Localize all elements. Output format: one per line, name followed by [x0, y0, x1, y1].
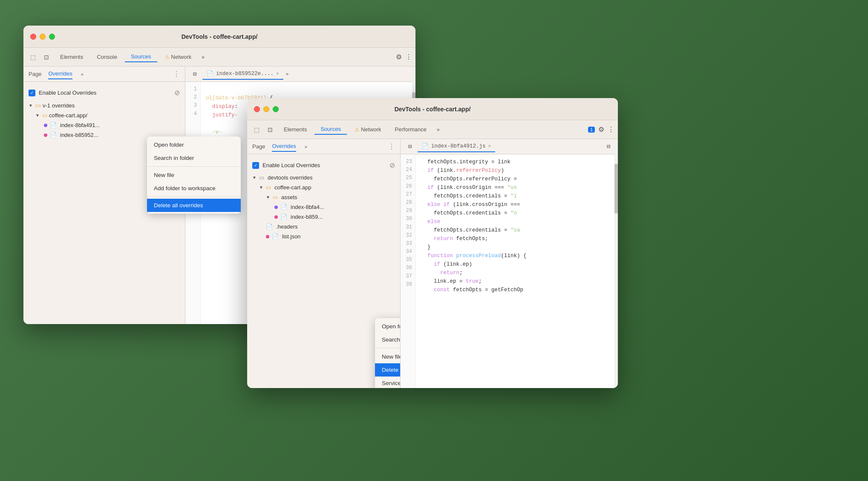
- tab-sources-back[interactable]: Sources: [125, 52, 157, 62]
- tab-close-front[interactable]: ×: [488, 144, 491, 149]
- tab-network-front[interactable]: ⚠ Network: [349, 125, 387, 134]
- maximize-button-back[interactable]: [49, 34, 55, 40]
- override-checkbox-front[interactable]: ✓: [252, 162, 259, 169]
- sidebar-tab-page-front[interactable]: Page: [252, 142, 265, 151]
- close-button-back[interactable]: [30, 34, 36, 40]
- device-icon-front[interactable]: ⊡: [264, 124, 276, 136]
- ctx-open-folder-front[interactable]: Open folder: [375, 320, 401, 333]
- editor-more-back[interactable]: »: [283, 71, 291, 78]
- ctx-services-front[interactable]: Services ›: [375, 377, 401, 388]
- code-content-front[interactable]: fetchOpts.integrity = link if (link.refe…: [416, 154, 532, 388]
- sidebar-tab-overrides-front[interactable]: Overrides: [272, 141, 296, 152]
- file-icon-1-back: 📄: [50, 122, 57, 128]
- ctx-new-file-back[interactable]: New file: [147, 168, 185, 182]
- more-tabs-back[interactable]: »: [199, 53, 207, 61]
- close-button-front[interactable]: [254, 106, 260, 112]
- ctx-delete-overrides-back[interactable]: Delete all overrides: [147, 199, 185, 212]
- editor-tab-back[interactable]: 📄 index-b859522e.... ×: [202, 69, 283, 80]
- tree-folder-coffee-back[interactable]: ▼ ▭ coffee-cart.app/: [23, 110, 185, 120]
- toolbar-right-front: 1 ⚙ ⋮: [588, 125, 614, 133]
- ctx-new-file-front[interactable]: New file: [375, 350, 401, 363]
- sidebar-tab-page-back[interactable]: Page: [29, 69, 41, 79]
- devtools-window-front: DevTools - coffee-cart.app/ ⬚ ⊡ Elements…: [247, 98, 618, 388]
- tree-arrow-assets-front: ▼: [266, 195, 271, 200]
- tree-root-back[interactable]: ▼ ▭ v-1 overrides: [23, 100, 185, 110]
- sidebar-tabs-front: Page Overrides » ⋮: [247, 139, 400, 154]
- override-checkbox-back[interactable]: ✓: [29, 90, 35, 96]
- tree-arrow-front: ▼: [252, 175, 257, 180]
- tab-close-back[interactable]: ×: [276, 71, 279, 76]
- scrollbar-front[interactable]: [614, 154, 618, 388]
- tree-file-1-back[interactable]: 📄 index-8bfa491...: [23, 120, 185, 130]
- tree-file-list-front[interactable]: 📄 list.json: [247, 232, 400, 241]
- ctx-delete-front[interactable]: Delete: [375, 363, 401, 377]
- window-title-front: DevTools - coffee-cart.app/: [395, 106, 471, 113]
- sidebar-menu-front[interactable]: ⋮: [388, 142, 395, 151]
- sidebar-toggle-front[interactable]: ⊟: [404, 141, 416, 153]
- folder-icon-root-back: ▭: [35, 102, 41, 109]
- ctx-divider-back: [147, 166, 185, 167]
- tab-network-back[interactable]: ⚠ Network: [159, 52, 198, 62]
- tree-folder-coffee-front[interactable]: ▼ ▭ coffee-cart.app: [247, 183, 400, 192]
- folder-icon-coffee-front: ▭: [266, 184, 271, 191]
- file-icon-2-back: 📄: [50, 132, 57, 138]
- maximize-button-front[interactable]: [273, 106, 279, 112]
- settings-icon-back[interactable]: ⚙: [396, 53, 402, 61]
- ctx-search-front[interactable]: Search in folder: [375, 333, 401, 346]
- tree-arrow-coffee-back: ▼: [35, 113, 40, 118]
- file-dot-3-front: [274, 206, 278, 209]
- ctx-divider-front: [375, 348, 401, 348]
- tab-sources-front[interactable]: Sources: [314, 124, 347, 135]
- ctx-search-back[interactable]: Search in folder: [147, 151, 185, 165]
- clear-overrides-icon-back[interactable]: ⊘: [174, 89, 180, 97]
- menu-icon-front[interactable]: ⋮: [608, 125, 614, 133]
- inspector-icon[interactable]: ⬚: [27, 51, 39, 63]
- sidebar-tab-overrides-back[interactable]: Overrides: [48, 69, 72, 79]
- editor-tab-front[interactable]: 📄 index-8bfa4912.js ×: [418, 141, 495, 152]
- minimize-button-back[interactable]: [40, 34, 46, 40]
- tree-file-headers-front[interactable]: 📄 .headers: [247, 222, 400, 232]
- sidebar-tabs-back: Page Overrides » ⋮: [23, 67, 185, 82]
- sidebar-toggle-back[interactable]: ⊟: [189, 68, 201, 80]
- sidebar-menu-back[interactable]: ⋮: [173, 70, 180, 78]
- tab-elements-front[interactable]: Elements: [278, 125, 313, 134]
- tree-root-front[interactable]: ▼ ▭ devtools overrides: [247, 173, 400, 183]
- file-icon-tab-front: 📄: [422, 143, 429, 150]
- sidebar-back: Page Overrides » ⋮ ✓ Enable Local Overri…: [23, 67, 185, 324]
- file-icon-tab-back: 📄: [207, 70, 213, 77]
- more-tabs-front[interactable]: »: [434, 126, 442, 133]
- titlebar-front: DevTools - coffee-cart.app/: [247, 98, 618, 120]
- sidebar-more-front[interactable]: »: [305, 144, 307, 149]
- titlebar-back: DevTools - coffee-cart.app/: [23, 26, 415, 48]
- file-dot-list-front: [266, 235, 269, 238]
- folder-icon-coffee-back: ▭: [42, 112, 47, 119]
- line-numbers-front: 23242526272829303132333435363738: [401, 154, 416, 388]
- scrollbar-thumb-front: [614, 164, 618, 214]
- tree-file-3-front[interactable]: 📄 index-8bfa4...: [247, 202, 400, 212]
- tab-console-back[interactable]: Console: [91, 52, 123, 62]
- toolbar-front: ⬚ ⊡ Elements Sources ⚠ Network Performan…: [247, 120, 618, 139]
- tree-file-4-front[interactable]: 📄 index-b859...: [247, 212, 400, 222]
- inspector-icon-front[interactable]: ⬚: [251, 124, 262, 136]
- override-label-front: Enable Local Overrides: [262, 162, 386, 168]
- sidebar-more-back[interactable]: »: [81, 72, 84, 77]
- traffic-lights-back: [30, 34, 55, 40]
- device-icon[interactable]: ⊡: [40, 51, 52, 63]
- ctx-open-folder-back[interactable]: Open folder: [147, 138, 185, 151]
- notification-badge-front: 1: [588, 127, 595, 133]
- minimize-button-front[interactable]: [263, 106, 269, 112]
- override-toggle-front: ✓ Enable Local Overrides ⊘: [247, 158, 400, 173]
- clear-overrides-icon-front[interactable]: ⊘: [389, 161, 395, 169]
- menu-icon-back[interactable]: ⋮: [405, 53, 412, 61]
- network-warning-icon: ⚠: [165, 54, 170, 60]
- toolbar-back: ⬚ ⊡ Elements Console Sources ⚠ Network »…: [23, 48, 415, 67]
- ctx-add-folder-back[interactable]: Add folder to workspace: [147, 182, 185, 195]
- settings-icon-front[interactable]: ⚙: [598, 125, 604, 133]
- sidebar-right-toggle-front[interactable]: ⊟: [603, 141, 614, 153]
- traffic-lights-front: [254, 106, 279, 112]
- tree-arrow-back: ▼: [29, 103, 34, 108]
- tab-performance-front[interactable]: Performance: [389, 125, 433, 134]
- tab-elements-back[interactable]: Elements: [54, 52, 89, 62]
- ctx-divider2-back: [147, 197, 185, 197]
- tree-folder-assets-front[interactable]: ▼ ▭ assets: [247, 192, 400, 202]
